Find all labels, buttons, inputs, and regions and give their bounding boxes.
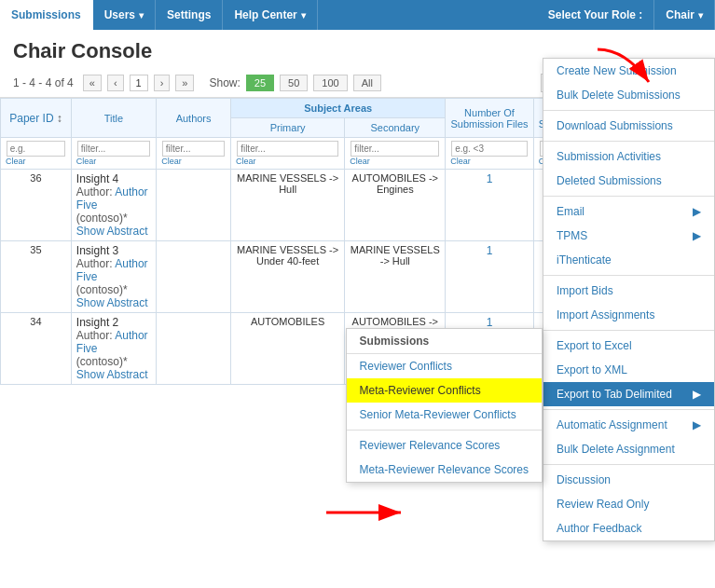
col-header-submission-files[interactable]: Number Of Submission Files [446, 99, 533, 138]
divider [543, 409, 714, 410]
submission-files-link[interactable]: 1 [487, 244, 493, 257]
cell-paper-id: 36 [1, 170, 72, 241]
nav-help[interactable]: Help Center ▾ [223, 0, 317, 30]
first-page-button[interactable]: « [83, 75, 102, 91]
divider [543, 196, 714, 197]
chevron-down-icon: ▾ [139, 10, 144, 21]
submission-files-link[interactable]: 1 [487, 316, 493, 329]
nav-settings[interactable]: Settings [156, 0, 223, 30]
submenu-senior-meta-reviewer-conflicts[interactable]: Senior Meta-Reviewer Conflicts [347, 403, 542, 427]
col-header-secondary[interactable]: Secondary [345, 118, 446, 138]
filter-primary: Clear [231, 138, 345, 170]
show-25-button[interactable]: 25 [246, 75, 274, 91]
submission-files-link[interactable]: 1 [487, 172, 493, 185]
chevron-right-icon: ▶ [693, 388, 701, 401]
cell-title: Insight 4 Author: Author Five (contoso)*… [71, 170, 156, 241]
chevron-down-icon: ▾ [698, 10, 703, 21]
divider [543, 330, 714, 331]
divider [347, 430, 542, 431]
menu-export-tab-delimited[interactable]: Export to Tab Delimited▶ [543, 382, 714, 406]
menu-review-read-only[interactable]: Review Read Only [543, 492, 714, 516]
clear-paper-id-filter[interactable]: Clear [6, 157, 66, 166]
submenu-reviewer-relevance[interactable]: Reviewer Relevance Scores [347, 433, 542, 458]
menu-author-feedback[interactable]: Author Feedback [543, 516, 714, 540]
cell-primary: MARINE VESSELS -> Under 40-feet [231, 241, 345, 313]
menu-email[interactable]: Email▶ [543, 199, 714, 224]
menu-tpms[interactable]: TPMS▶ [543, 224, 714, 248]
author-link[interactable]: Author Five [76, 185, 148, 212]
menu-discussion[interactable]: Discussion [543, 468, 714, 492]
menu-export-xml[interactable]: Export to XML [543, 358, 714, 382]
cell-authors [157, 241, 231, 313]
show-abstract-link[interactable]: Show Abstract [76, 225, 148, 238]
filter-submission-files-input[interactable] [451, 141, 528, 157]
col-header-authors[interactable]: Authors [157, 99, 231, 138]
col-header-paper-id[interactable]: Paper ID ↕ [1, 99, 72, 138]
author-link[interactable]: Author Five [76, 329, 148, 355]
clear-primary-filter[interactable]: Clear [236, 157, 339, 166]
filter-title-input[interactable] [77, 141, 151, 157]
menu-create-submission[interactable]: Create New Submission [543, 59, 714, 83]
filter-secondary-input[interactable] [351, 141, 439, 157]
col-header-subject-areas: Subject Areas [231, 99, 446, 118]
menu-deleted-submissions[interactable]: Deleted Submissions [543, 169, 714, 193]
clear-submission-files-filter[interactable]: Clear [450, 157, 528, 166]
nav-submissions[interactable]: Submissions [0, 0, 93, 30]
clear-secondary-filter[interactable]: Clear [350, 157, 440, 166]
cell-title: Insight 2 Author: Author Five (contoso)*… [71, 313, 156, 385]
menu-ithenticate[interactable]: iThenticate [543, 248, 714, 272]
nav-role-label: Select Your Role : [537, 0, 655, 30]
chevron-right-icon: ▶ [693, 229, 701, 242]
menu-export-excel[interactable]: Export to Excel [543, 334, 714, 358]
cell-authors [157, 313, 231, 385]
clear-title-filter[interactable]: Clear [76, 157, 151, 166]
submenu-meta-reviewer-conflicts[interactable]: Meta-Reviewer Conflicts [347, 378, 542, 403]
cell-title: Insight 3 Author: Author Five (contoso)*… [71, 241, 156, 313]
show-all-button[interactable]: All [353, 75, 381, 91]
nav-role-chair[interactable]: Chair ▾ [654, 0, 715, 30]
cell-authors [157, 170, 231, 241]
show-100-button[interactable]: 100 [313, 75, 347, 91]
menu-import-bids[interactable]: Import Bids [543, 279, 714, 303]
menu-bulk-delete-assignment[interactable]: Bulk Delete Assignment [543, 437, 714, 461]
divider [543, 110, 714, 111]
submenu-meta-reviewer-relevance[interactable]: Meta-Reviewer Relevance Scores [347, 458, 542, 482]
cell-primary: MARINE VESSELS -> Hull [231, 170, 345, 241]
filter-primary-input[interactable] [237, 141, 338, 157]
divider [543, 141, 714, 142]
show-50-button[interactable]: 50 [280, 75, 308, 91]
menu-import-assignments[interactable]: Import Assignments [543, 303, 714, 327]
cell-paper-id: 34 [1, 313, 72, 385]
nav-users[interactable]: Users ▾ [93, 0, 156, 30]
clear-authors-filter[interactable]: Clear [161, 157, 226, 166]
cell-paper-id: 35 [1, 241, 72, 313]
nav-right: Select Your Role : Chair ▾ [537, 0, 715, 30]
filter-authors: Clear [157, 138, 231, 170]
chevron-down-icon: ▾ [301, 10, 306, 21]
menu-download-submissions[interactable]: Download Submissions [543, 114, 714, 138]
show-label: Show: [209, 76, 240, 89]
filter-authors-input[interactable] [162, 141, 225, 157]
chevron-right-icon: ▶ [693, 205, 701, 218]
author-link[interactable]: Author Five [76, 257, 148, 283]
col-header-title[interactable]: Title [71, 99, 156, 138]
menu-submission-activities[interactable]: Submission Activities [543, 144, 714, 169]
last-page-button[interactable]: » [175, 75, 194, 91]
next-page-button[interactable]: › [154, 75, 171, 91]
filter-title: Clear [71, 138, 156, 170]
col-header-primary[interactable]: Primary [231, 118, 345, 138]
prev-page-button[interactable]: ‹ [107, 75, 124, 91]
filter-paper-id-input[interactable] [7, 141, 66, 157]
cell-submission-files: 1 [446, 170, 533, 241]
filter-secondary: Clear [345, 138, 446, 170]
top-navigation: Submissions Users ▾ Settings Help Center… [0, 0, 715, 30]
dropdown-container: Create New Submission Bulk Delete Submis… [543, 58, 715, 541]
current-page: 1 [130, 75, 148, 91]
show-abstract-link[interactable]: Show Abstract [76, 368, 148, 381]
actions-dropdown: Create New Submission Bulk Delete Submis… [543, 58, 715, 541]
filter-submission-files: Clear [446, 138, 533, 170]
menu-bulk-delete-submissions[interactable]: Bulk Delete Submissions [543, 83, 714, 107]
menu-automatic-assignment[interactable]: Automatic Assignment▶ [543, 413, 714, 437]
submenu-reviewer-conflicts[interactable]: Reviewer Conflicts [347, 354, 542, 378]
show-abstract-link[interactable]: Show Abstract [76, 296, 148, 309]
